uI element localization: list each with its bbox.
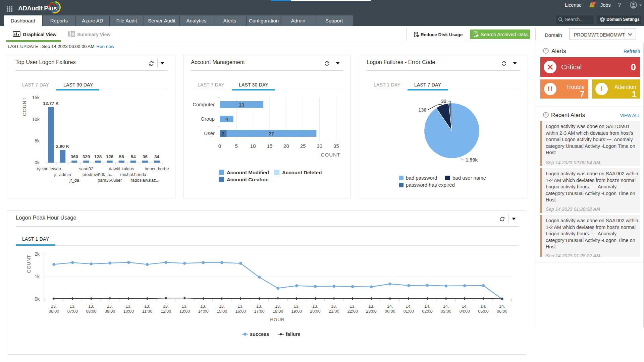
svg-text:12.77 K: 12.77 K (43, 101, 59, 106)
svg-text:User: User (204, 130, 215, 136)
svg-text:13,: 13, (70, 304, 75, 309)
svg-text:04:00: 04:00 (460, 309, 470, 314)
svg-text:13,: 13, (219, 304, 225, 309)
svg-text:09:00: 09:00 (105, 309, 115, 314)
svg-text:02:00: 02:00 (422, 309, 432, 314)
svg-text:58: 58 (119, 154, 124, 159)
svg-text:20:00: 20:00 (310, 309, 320, 314)
svg-text:jr_admin: jr_admin (54, 172, 71, 177)
svg-text:06:00: 06:00 (49, 309, 59, 314)
svg-text:13:00: 13:00 (179, 309, 190, 314)
svg-text:01:00: 01:00 (404, 309, 414, 314)
svg-text:25: 25 (300, 143, 306, 149)
svg-text:Account Modified: Account Modified (227, 170, 269, 175)
svg-text:Computer: Computer (193, 102, 215, 107)
svg-text:360: 360 (71, 154, 78, 159)
svg-text:bad user name: bad user name (452, 175, 486, 181)
svg-text:21:00: 21:00 (329, 309, 339, 314)
svg-text:11:00: 11:00 (142, 309, 152, 314)
svg-text:19:00: 19:00 (291, 309, 302, 314)
svg-text:20: 20 (283, 143, 289, 149)
svg-text:4: 4 (593, 2, 595, 5)
svg-text:password has expired: password has expired (406, 182, 455, 188)
svg-text:30: 30 (317, 143, 322, 149)
svg-text:14,: 14, (462, 304, 468, 309)
svg-text:pam360user: pam360user (98, 178, 122, 183)
svg-text:prodmwt\dk_a...: prodmwt\dk_a... (83, 172, 114, 177)
svg-text:0k: 0k (35, 160, 40, 165)
svg-text:13,: 13, (144, 304, 150, 309)
svg-text:jr_da: jr_da (69, 178, 79, 183)
svg-text:13,: 13, (238, 304, 244, 309)
svg-text:Account Creation: Account Creation (227, 177, 269, 182)
svg-text:4: 4 (225, 116, 228, 122)
svg-text:126: 126 (106, 154, 114, 159)
svg-text:18:00: 18:00 (273, 309, 283, 314)
svg-text:tycjan.lewan...: tycjan.lewan... (37, 166, 64, 171)
svg-text:12:00: 12:00 (161, 309, 171, 314)
svg-text:5: 5 (235, 143, 237, 149)
svg-text:michal.hrinda: michal.hrinda (120, 172, 147, 177)
svg-text:dawid.kaldus: dawid.kaldus (109, 166, 135, 171)
svg-text:13,: 13, (275, 304, 281, 309)
svg-text:14,: 14, (499, 304, 505, 309)
svg-text:saad02: saad02 (79, 166, 94, 171)
svg-text:13,: 13, (182, 304, 187, 309)
svg-text:13,: 13, (350, 304, 356, 309)
svg-text:15:00: 15:00 (217, 309, 227, 314)
svg-text:13,: 13, (312, 304, 318, 309)
svg-text:13,: 13, (126, 304, 131, 309)
svg-text:2: 2 (222, 131, 224, 136)
svg-text:Group: Group (201, 116, 215, 122)
svg-text:14:00: 14:00 (198, 309, 208, 314)
svg-text:COUNT: COUNT (321, 152, 340, 158)
svg-text:13,: 13, (88, 304, 94, 309)
svg-text:0: 0 (218, 143, 221, 149)
svg-text:14,: 14, (387, 304, 393, 309)
svg-text:36: 36 (143, 154, 148, 159)
svg-text:136: 136 (418, 107, 426, 113)
svg-text:23:00: 23:00 (366, 309, 376, 314)
svg-text:0k: 0k (35, 296, 40, 302)
svg-text:13,: 13, (294, 304, 300, 309)
svg-text:13,: 13, (107, 304, 113, 309)
svg-text:HOUR: HOUR (270, 317, 285, 322)
svg-text:5k: 5k (35, 138, 40, 143)
svg-text:05:00: 05:00 (478, 309, 488, 314)
svg-text:13,: 13, (200, 304, 206, 309)
svg-text:10k: 10k (32, 117, 40, 122)
svg-text:35: 35 (333, 143, 339, 149)
svg-text:54: 54 (131, 154, 136, 159)
svg-text:13,: 13, (256, 304, 262, 309)
svg-text:10:00: 10:00 (123, 309, 134, 314)
svg-text:COUNT: COUNT (22, 97, 27, 116)
svg-text:329: 329 (83, 154, 90, 159)
svg-text:22:00: 22:00 (347, 309, 358, 314)
svg-text:1.59k: 1.59k (466, 157, 478, 163)
svg-text:13,: 13, (51, 304, 57, 309)
svg-text:2k: 2k (35, 251, 40, 257)
svg-text:14,: 14, (406, 304, 412, 309)
svg-text:Account Deleted: Account Deleted (282, 170, 322, 175)
svg-text:14,: 14, (480, 304, 486, 309)
svg-text:07:00: 07:00 (67, 309, 78, 314)
svg-text:success: success (250, 331, 269, 337)
svg-text:failure: failure (286, 331, 301, 337)
svg-text:2.90 K: 2.90 K (56, 144, 69, 149)
svg-text:COUNT: COUNT (26, 255, 32, 273)
svg-text:34: 34 (154, 154, 160, 159)
svg-text:bence.borbe: bence.borbe (145, 166, 169, 171)
svg-text:17:00: 17:00 (254, 309, 264, 314)
svg-text:13,: 13, (331, 304, 337, 309)
svg-text:03:00: 03:00 (441, 309, 451, 314)
svg-text:10: 10 (250, 143, 256, 149)
svg-text:00:00: 00:00 (385, 309, 395, 314)
svg-text:13: 13 (239, 102, 245, 108)
svg-text:15k: 15k (32, 95, 40, 100)
svg-text:1k: 1k (35, 274, 40, 279)
svg-text:08:00: 08:00 (86, 309, 96, 314)
svg-text:14,: 14, (424, 304, 430, 309)
svg-text:16:00: 16:00 (235, 309, 246, 314)
svg-text:bad password: bad password (406, 175, 437, 181)
svg-text:32: 32 (441, 99, 446, 104)
